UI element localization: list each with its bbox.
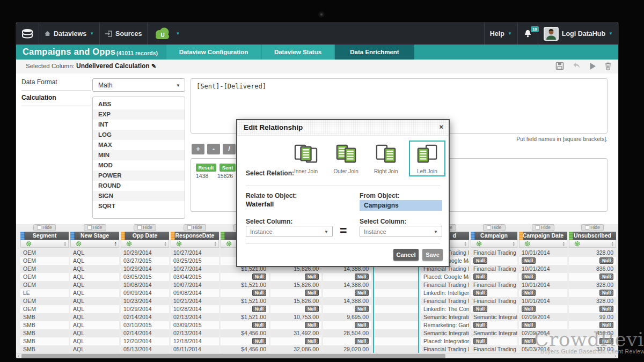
pencil-icon[interactable]: ✎ — [151, 63, 156, 69]
table-cell — [373, 329, 419, 337]
sidebar-item-data-format[interactable]: Data Format — [21, 75, 91, 91]
hide-button[interactable]: Hide — [184, 224, 206, 231]
function-item[interactable]: POWER — [93, 171, 185, 181]
tab-dataview-status[interactable]: Dataview Status — [262, 45, 334, 60]
function-item[interactable]: ROUND — [93, 181, 185, 191]
column-header[interactable]: New Stage — [70, 232, 119, 240]
dialog-header[interactable]: Edit Relationship × — [237, 120, 449, 136]
hide-button[interactable]: Hide — [483, 224, 506, 231]
null-badge: Null — [252, 338, 266, 344]
function-item[interactable]: MAX — [93, 140, 185, 150]
tab-data-enrichment[interactable]: Data Enrichment — [335, 45, 414, 60]
hide-checkbox[interactable] — [187, 225, 192, 230]
notifications-button[interactable]: 10 — [523, 29, 532, 38]
column-header[interactable]: Campaign Date — [519, 232, 567, 240]
null-badge: Null — [252, 322, 266, 328]
function-category-select[interactable]: Math ▼ — [92, 78, 185, 92]
close-icon[interactable]: × — [439, 123, 443, 131]
tab-dataview-configuration[interactable]: Dataview Configuration — [166, 45, 261, 60]
table-cell: AQL — [70, 289, 119, 297]
hide-button[interactable]: Hide — [134, 224, 156, 231]
relate-to-label: Relate to Object: — [246, 192, 297, 200]
scroll-right-arrow[interactable]: › — [614, 353, 616, 358]
save-icon[interactable] — [555, 62, 564, 70]
sort-toggle[interactable]: ▲▼ — [114, 241, 117, 246]
function-item[interactable]: MOD — [93, 160, 185, 171]
hide-button[interactable]: Hide — [84, 224, 106, 231]
minus-button[interactable]: - — [207, 144, 220, 154]
horizontal-scrollbar[interactable]: ‹ › — [16, 353, 618, 358]
null-badge: Null — [599, 338, 613, 344]
table-cell: 29,020.00 — [323, 345, 371, 353]
function-category-value: Math — [98, 82, 113, 89]
right-join-option[interactable]: Right Join — [369, 141, 403, 176]
hide-checkbox[interactable] — [487, 225, 491, 230]
column-filter-row[interactable]: ▲▼ — [121, 240, 169, 248]
sort-toggle[interactable]: ▲▼ — [464, 241, 467, 246]
hide-checkbox[interactable] — [87, 225, 92, 230]
function-item[interactable]: LOG — [93, 130, 185, 140]
sort-toggle[interactable]: ▲▼ — [513, 241, 515, 246]
table-cell: Null — [221, 337, 269, 345]
save-button[interactable]: Save — [422, 249, 443, 261]
sidebar-item-calculation[interactable]: Calculation — [21, 90, 91, 106]
left-join-option-selected[interactable]: Left Join — [409, 141, 445, 176]
scrollbar-thumb[interactable] — [21, 354, 445, 358]
column-filter-row[interactable]: ▲▼ — [70, 240, 119, 248]
account-menu[interactable]: Logi DataHub ▼ — [544, 27, 613, 41]
column-type-strip — [221, 232, 225, 240]
nav-sources-label: Sources — [115, 30, 142, 38]
column-filter-row[interactable]: ▲▼ — [569, 240, 616, 248]
nav-sources[interactable]: Sources — [105, 30, 142, 38]
column-header[interactable]: Unsubscribed — [569, 232, 616, 240]
sort-toggle[interactable]: ▲▼ — [611, 241, 614, 246]
function-item[interactable]: SQRT — [93, 201, 185, 211]
outer-join-option[interactable]: Outer Join — [329, 141, 363, 176]
function-item[interactable]: ABS — [93, 99, 185, 109]
function-item[interactable]: EXP — [93, 109, 185, 120]
trash-icon[interactable] — [604, 62, 612, 70]
sort-toggle[interactable]: ▲▼ — [164, 241, 167, 246]
divide-button[interactable]: / — [223, 144, 236, 154]
table-cell: 28,504.00 — [323, 329, 371, 337]
hide-button[interactable]: Hide — [33, 224, 56, 231]
column-filter-row[interactable]: ▲▼ — [519, 240, 567, 248]
function-item[interactable]: SIGN — [93, 191, 185, 201]
table-cell — [373, 337, 419, 345]
table-cell: 10/21/2014 — [171, 297, 219, 305]
scroll-left-arrow[interactable]: ‹ — [18, 353, 19, 358]
column-header[interactable]: Segment — [20, 232, 69, 240]
sort-toggle[interactable]: ▲▼ — [562, 241, 565, 246]
function-item[interactable]: MIN — [93, 150, 185, 160]
help-menu[interactable]: Help ▼ — [490, 30, 512, 38]
column-header[interactable]: Opp Date — [121, 232, 169, 240]
right-column-select[interactable]: Instance ▼ — [360, 226, 442, 237]
run-icon[interactable] — [589, 62, 596, 70]
column-filter-row[interactable]: ▲▼ — [20, 240, 69, 248]
hide-checkbox[interactable] — [585, 225, 589, 230]
right-column-value: Instance — [364, 228, 386, 235]
column-filter-row[interactable]: ▲▼ — [471, 240, 517, 248]
column-header[interactable]: ResponseDate — [171, 232, 219, 240]
column-cells: 10/27/201403/25/201510/27/201403/04/2015… — [171, 249, 219, 353]
sort-toggle[interactable]: ▲▼ — [64, 241, 67, 246]
hide-checkbox[interactable] — [137, 225, 142, 230]
left-column-select[interactable]: Instance ▼ — [246, 226, 333, 237]
function-item[interactable]: INT — [93, 120, 185, 130]
from-object-value[interactable]: Campaigns — [360, 200, 442, 211]
cancel-button[interactable]: Cancel — [393, 249, 419, 261]
hide-checkbox[interactable] — [536, 225, 540, 230]
hide-button[interactable]: Hide — [581, 224, 604, 231]
column-filter-row[interactable]: ▲▼ — [171, 240, 219, 248]
divider — [484, 23, 485, 45]
hide-button[interactable]: Hide — [532, 224, 554, 231]
hide-checkbox[interactable] — [37, 225, 41, 230]
column-header[interactable]: Campaign — [471, 232, 517, 240]
sort-toggle[interactable]: ▲▼ — [214, 241, 217, 246]
nav-dataviews[interactable]: Dataviews ▼ — [45, 30, 94, 38]
undo-icon[interactable] — [572, 62, 581, 70]
column-cells: 328.00Null836.00Null328.00Null328.00Null… — [569, 249, 616, 353]
inner-join-option[interactable]: Inner Join — [289, 141, 323, 176]
user-cloud-menu[interactable]: U ▼ — [153, 27, 180, 40]
plus-button[interactable]: + — [192, 144, 204, 154]
